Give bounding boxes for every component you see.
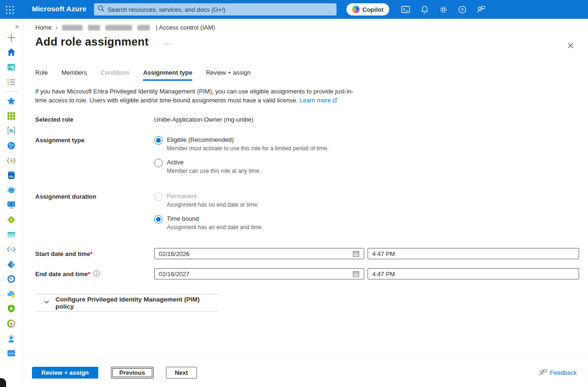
radio-eligible[interactable]: Eligible (Recommended) Member must activ…	[154, 136, 588, 152]
breadcrumb-home-link[interactable]: Home	[35, 24, 52, 31]
svg-text:</>: </>	[8, 352, 15, 356]
pim-policy-expander[interactable]: Configure Privileged Identity Management…	[35, 294, 219, 312]
assignment-duration-label: Assignment duration	[35, 192, 154, 200]
feedback-link[interactable]: Feedback	[539, 368, 577, 378]
sidebar-item-favorites[interactable]	[0, 93, 23, 108]
start-date-field[interactable]	[154, 248, 364, 259]
calendar-icon[interactable]	[353, 250, 360, 257]
notifications-bell-icon[interactable]	[415, 0, 434, 19]
start-date-input[interactable]	[159, 250, 353, 257]
end-date-field[interactable]	[154, 268, 364, 279]
sidebar-item-load-balancer[interactable]	[0, 212, 23, 227]
sidebar-item-cosmos-db[interactable]	[0, 183, 23, 198]
sidebar-item-advisor[interactable]	[0, 286, 23, 302]
tab-members[interactable]: Members	[62, 69, 87, 81]
brand-title[interactable]: Microsoft Azure	[32, 5, 86, 13]
sidebar-item-defender[interactable]	[0, 302, 23, 317]
sidebar-item-all-resources[interactable]	[0, 108, 23, 124]
cloud-shell-icon[interactable]	[396, 0, 415, 19]
breadcrumb-context: | Access control (IAM)	[156, 24, 215, 31]
global-search[interactable]	[94, 3, 337, 15]
previous-button[interactable]: Previous	[111, 367, 154, 379]
sidebar-item-dashboard[interactable]	[0, 60, 23, 75]
learn-more-link[interactable]: Learn more	[299, 97, 337, 104]
start-time-field[interactable]	[368, 248, 579, 259]
sidebar-item-cloud-shell[interactable]: </>	[0, 346, 23, 361]
selected-role-label: Selected role	[35, 115, 154, 123]
load-balancer-icon	[7, 215, 16, 224]
monitor-icon	[7, 274, 16, 284]
sidebar-item-all-services[interactable]	[0, 75, 23, 90]
cost-management-icon: $	[7, 319, 16, 328]
tab-assignment-type[interactable]: Assignment type	[143, 69, 192, 81]
end-date-input[interactable]	[159, 271, 353, 278]
redacted-resource-name	[88, 25, 100, 31]
assignment-type-row: Assignment type Eligible (Recommended) M…	[35, 136, 588, 181]
review-assign-button[interactable]: Review + assign	[32, 367, 98, 379]
more-options-button[interactable]: ...	[164, 38, 172, 46]
sidebar-item-cost-management[interactable]: $	[0, 316, 23, 331]
redacted-resource-name	[137, 25, 150, 31]
copilot-button[interactable]: Copilot	[346, 3, 389, 15]
sidebar-item-app-services[interactable]	[0, 138, 23, 153]
copilot-icon	[352, 6, 360, 13]
sidebar-item-sql-database[interactable]: SQL	[0, 168, 23, 183]
required-asterisk: *	[90, 250, 93, 257]
sidebar-item-virtual-machines[interactable]	[0, 198, 23, 213]
end-date-label: End date and time*	[35, 270, 154, 278]
sidebar-item-monitor[interactable]	[0, 272, 23, 287]
svg-text:?: ?	[461, 7, 463, 12]
end-date-row: End date and time*	[35, 268, 588, 279]
help-support-icon	[7, 334, 16, 343]
sidebar-expand-icon[interactable]: »	[0, 19, 23, 30]
cloud-shell-icon: </>	[7, 348, 16, 358]
sidebar-item-create-resource[interactable]	[0, 30, 23, 45]
sidebar-item-storage-accounts[interactable]	[0, 227, 23, 242]
chevron-down-icon	[43, 299, 50, 307]
selected-role-row: Selected role Unibe-Application-Owner (m…	[35, 115, 588, 123]
sidebar-item-resource-groups[interactable]	[0, 124, 23, 139]
radio-permanent: Permanent Assignment has no end date or …	[154, 192, 588, 209]
create-resource-icon	[7, 33, 16, 42]
radio-selected-icon	[154, 136, 163, 145]
svg-text:$: $	[10, 322, 13, 326]
radio-active[interactable]: Active Member can use this role at any t…	[154, 158, 588, 175]
azure-portal: Microsoft Azure Copilot ?	[0, 0, 588, 387]
sidebar-item-home[interactable]	[0, 45, 23, 60]
sidebar-item-help-support[interactable]	[0, 331, 23, 346]
redacted-resource-name	[62, 25, 83, 31]
selected-role-value: Unibe-Application-Owner (mg-unibe)	[154, 115, 588, 123]
app-launcher-icon[interactable]	[5, 5, 15, 15]
sidebar-item-virtual-networks[interactable]	[0, 242, 23, 257]
calendar-icon[interactable]	[353, 271, 360, 278]
virtual-networks-icon	[7, 245, 16, 254]
next-button[interactable]: Next	[166, 367, 197, 379]
close-icon[interactable]	[564, 39, 577, 52]
help-icon[interactable]: ?	[453, 0, 471, 19]
sql-database-icon: SQL	[7, 170, 16, 180]
intro-text: If you have Microsoft Entra Privileged I…	[35, 87, 361, 105]
virtual-machines-icon	[7, 200, 16, 209]
start-date-row: Start date and time*	[35, 248, 588, 259]
sidebar-item-function-app[interactable]	[0, 153, 23, 168]
sidebar-item-entra-id[interactable]	[0, 257, 23, 272]
search-input[interactable]	[108, 6, 333, 13]
sidebar-items: SQL$</>	[0, 30, 23, 361]
end-time-input[interactable]	[372, 271, 574, 278]
home-icon	[7, 47, 16, 57]
tab-role[interactable]: Role	[35, 69, 48, 81]
search-icon	[98, 5, 104, 14]
start-time-input[interactable]	[372, 250, 574, 257]
info-icon[interactable]	[93, 270, 100, 278]
feedback-person-icon[interactable]	[471, 0, 490, 19]
favorites-icon	[7, 96, 16, 106]
redacted-resource-name	[105, 25, 132, 31]
radio-time-bound[interactable]: Time bound Assignment has an end date an…	[154, 215, 588, 231]
end-time-field[interactable]	[368, 268, 579, 279]
settings-gear-icon[interactable]	[434, 0, 453, 19]
tab-review-assign[interactable]: Review + assign	[206, 69, 251, 81]
dashboard-icon	[7, 62, 16, 72]
pim-policy-label: Configure Privileged Identity Management…	[55, 296, 219, 310]
breadcrumb-chevron-icon: ›	[56, 24, 58, 31]
breadcrumb: Home › | Access control (IAM)	[35, 19, 588, 31]
